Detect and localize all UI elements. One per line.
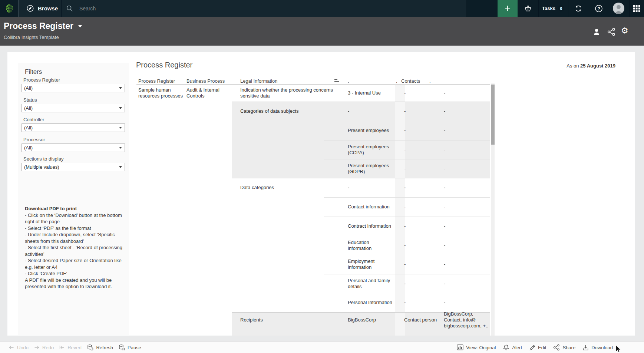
view-button[interactable]: View: Original	[457, 344, 496, 350]
cell-contact-type: -	[404, 217, 441, 236]
cell-contact-type: Contact person	[404, 312, 441, 328]
table-row: Employment information - -	[136, 255, 490, 274]
help-icon: ?	[594, 4, 603, 13]
cell-process-register: Sample human resources processes	[138, 85, 184, 102]
as-on-value: 25 August 2019	[580, 63, 615, 69]
apps-grid-icon	[633, 5, 640, 12]
page-title: Process Register	[4, 21, 73, 31]
pause-button[interactable]: Pause	[118, 344, 141, 351]
cell-subject: -	[348, 102, 393, 121]
cell-subject: BigBossCorp	[348, 312, 393, 328]
sync-button[interactable]	[568, 0, 589, 17]
cell-legal: Categories of data subjects	[240, 102, 343, 121]
alert-label: Alert	[512, 345, 522, 350]
chevron-down-icon	[119, 127, 122, 129]
cell-contact-value: -	[444, 85, 489, 102]
cell-contact-value: -	[444, 159, 489, 178]
table-scrollbar[interactable]	[491, 83, 495, 336]
cell-subject: Present employees (GDPR)	[348, 159, 393, 178]
redo-button[interactable]: Redo	[34, 344, 54, 350]
undo-button[interactable]: Undo	[9, 344, 29, 350]
filter-value: (All)	[22, 105, 119, 111]
filter-dropdown[interactable]: (All)	[22, 123, 125, 132]
search-icon	[66, 5, 73, 12]
data-pause-icon	[118, 344, 125, 351]
filter-label: Sections to display	[23, 156, 63, 162]
cell-legal: Recipients	[240, 312, 343, 328]
browse-button[interactable]: Browse	[26, 0, 58, 17]
divider	[18, 0, 19, 17]
search-input[interactable]	[79, 5, 288, 12]
edit-button[interactable]: Edit	[529, 344, 546, 351]
cell-subject: Personal Information	[348, 293, 393, 312]
pencil-icon	[529, 344, 535, 351]
cell-contact-type: -	[404, 293, 441, 312]
divider	[466, 0, 467, 17]
compass-icon	[26, 4, 34, 13]
cell-contact-value: -	[444, 102, 489, 121]
share-label: Share	[562, 345, 575, 350]
alert-button[interactable]: Alert	[503, 344, 522, 351]
filter-dropdown[interactable]: (All)	[22, 84, 125, 92]
cell-contact-type: -	[404, 85, 441, 102]
revert-button[interactable]: Revert	[59, 344, 82, 350]
share-button[interactable]: Share	[553, 344, 575, 351]
table-row: Present employees (CCPA) - -	[136, 140, 490, 159]
owner-button[interactable]	[592, 28, 601, 36]
tasks-button[interactable]: Tasks 0	[538, 0, 568, 17]
cell-contact-value: -	[444, 140, 489, 159]
instruction-line: - Click ‘Create PDF’	[25, 270, 129, 277]
table-row: Contact information - -	[136, 197, 490, 217]
collibra-logo-icon	[4, 3, 14, 14]
cell-contact-type: -	[404, 121, 441, 140]
col-header-dot: .	[429, 78, 431, 84]
cell-contact-type: -	[404, 140, 441, 159]
refresh-button[interactable]: Refresh	[87, 344, 113, 351]
divider	[609, 0, 609, 17]
table-row: Personal Information - -	[136, 293, 490, 312]
table-row: Present employees - -	[136, 121, 490, 140]
revert-label: Revert	[67, 345, 82, 350]
filter-label: Controller	[23, 117, 44, 122]
chevron-down-icon	[119, 166, 122, 168]
filter-dropdown[interactable]: (Multiple values)	[22, 163, 125, 171]
cell-subject: Personal and family details	[348, 274, 393, 293]
dashboard-sheet: Filters Process Register (All) Status (A…	[7, 52, 635, 336]
settings-button[interactable]: ⚙	[621, 27, 628, 35]
cell-subject: Education information	[348, 236, 393, 255]
instruction-line: - Select the first sheet - ‘Record of pr…	[25, 244, 129, 257]
instruction-line: - Click on the ‘Download’ button at the …	[25, 212, 129, 225]
filter-dropdown[interactable]: (All)	[22, 143, 125, 152]
apps-grid-button[interactable]	[629, 0, 644, 17]
search-bar[interactable]	[66, 0, 288, 17]
share-icon	[607, 28, 615, 36]
share-icon	[553, 344, 560, 351]
page-header: Process Register Collibra Insights Templ…	[0, 17, 644, 46]
shopping-basket-button[interactable]	[518, 0, 538, 17]
cell-subject: Present employees	[348, 121, 393, 140]
data-refresh-icon	[87, 344, 93, 351]
sheet-title: Process Register	[136, 61, 192, 69]
scrollbar-thumb[interactable]	[491, 85, 495, 145]
person-icon	[592, 28, 601, 36]
cell-contact-type: -	[404, 236, 441, 255]
help-button[interactable]: ?	[589, 0, 609, 17]
user-avatar[interactable]	[612, 2, 625, 16]
create-button[interactable]: +	[498, 0, 518, 17]
tasks-count-badge: 0	[558, 5, 564, 11]
dashboard-area: Filters Process Register (All) Status (A…	[0, 46, 644, 342]
sort-icon[interactable]	[334, 78, 340, 84]
filter-dropdown[interactable]: (All)	[22, 104, 125, 112]
cell-contact-value: -	[444, 121, 489, 140]
basket-icon	[524, 4, 532, 13]
top-navbar: Browse + Tasks 0	[0, 0, 644, 17]
cell-contact-value: -	[444, 197, 489, 217]
filter-value: (Multiple values)	[22, 164, 119, 170]
chevron-down-icon	[119, 107, 122, 109]
collibra-logo[interactable]	[4, 3, 14, 15]
title-chevron-down-icon[interactable]	[78, 25, 82, 27]
share-view-button[interactable]	[607, 28, 615, 36]
table-row: Personal and family details - -	[136, 274, 490, 293]
col-header-legal-information: Legal Information	[240, 78, 277, 84]
download-button[interactable]: Download	[582, 344, 613, 351]
